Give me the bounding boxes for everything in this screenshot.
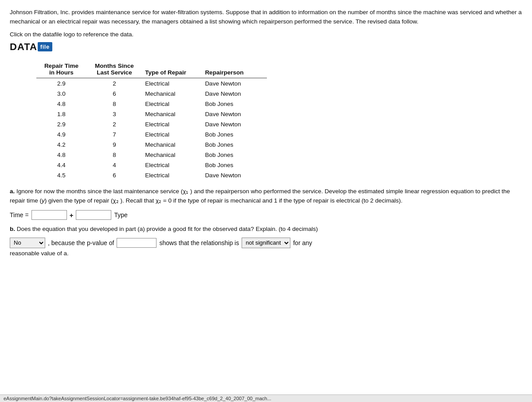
cell-repairperson: Bob Jones [202,140,267,150]
col-repair-time-header2: in Hours [36,69,92,78]
cell-months: 9 [92,140,142,150]
pvalue-input[interactable] [117,238,156,248]
cell-type: Electrical [142,78,202,89]
cell-repairperson: Dave Newton [202,170,267,180]
cell-repair-time: 2.9 [36,119,92,129]
cell-repairperson: Bob Jones [202,99,267,109]
bottom-bar: eAssignmentMain.do?takeAssignmentSession… [0,394,532,402]
table-row: 4.5 6 Electrical Dave Newton [36,170,267,180]
click-ref-text: Click on the datafile logo to reference … [10,31,522,38]
table-header-row1: Repair Time Months Since [36,61,267,69]
url-text: eAssignmentMain.do?takeAssignmentSession… [4,396,271,401]
intro-paragraph: Johnson Filtration, Inc. provides mainte… [10,8,522,27]
section-a-text2: ) given the type of repair (χ₂ ). Recall… [45,197,403,204]
cell-repair-time: 4.8 [36,150,92,160]
cell-months: 8 [92,150,142,160]
table-header-row2: in Hours Last Service Type of Repair Rep… [36,69,267,78]
col-repair-time-header1: Repair Time [36,61,92,69]
cell-repair-time: 4.2 [36,140,92,150]
for-any-text: for any [293,239,312,246]
cell-repair-time: 4.4 [36,160,92,170]
table-row: 3.0 6 Mechanical Dave Newton [36,89,267,99]
data-table: Repair Time Months Since in Hours Last S… [36,61,267,180]
cell-type: Electrical [142,99,202,109]
cell-months: 3 [92,109,142,119]
table-row: 4.4 4 Electrical Bob Jones [36,160,267,170]
section-a-y-var: y [42,197,45,204]
section-b-text: Does the equation that you developed in … [17,226,318,232]
col-repairperson-header1 [202,61,267,69]
cell-repair-time: 1.8 [36,109,92,119]
cell-months: 2 [92,119,142,129]
cell-repair-time: 4.9 [36,129,92,140]
reasonable-value-text: reasonable value of a. [10,250,522,257]
cell-repairperson: Bob Jones [202,150,267,160]
table-row: 2.9 2 Electrical Dave Newton [36,78,267,89]
no-yes-dropdown[interactable]: No Yes [10,238,45,248]
datafile-button[interactable]: DATA file [10,41,52,53]
data-label: DATA [10,41,37,53]
because-text: , because the p-value of [48,239,114,246]
table-row: 4.8 8 Electrical Bob Jones [36,99,267,109]
answer-row: No Yes , because the p-value of shows th… [10,238,522,248]
cell-months: 2 [92,78,142,89]
cell-type: Mechanical [142,109,202,119]
col-repairperson-header2: Repairperson [202,69,267,78]
cell-months: 7 [92,129,142,140]
cell-repairperson: Dave Newton [202,119,267,129]
table-body: 2.9 2 Electrical Dave Newton 3.0 6 Mecha… [36,78,267,180]
type-label: Type [114,211,127,219]
cell-type: Mechanical [142,140,202,150]
cell-type: Electrical [142,129,202,140]
section-b-label: b. [10,226,15,232]
significance-dropdown[interactable]: not significant significant [242,238,290,248]
table-row: 4.8 8 Mechanical Bob Jones [36,150,267,160]
col-months-header2: Last Service [92,69,142,78]
cell-repairperson: Dave Newton [202,109,267,119]
cell-repairperson: Bob Jones [202,160,267,170]
time-label: Time = [10,211,29,219]
file-badge: file [38,42,52,51]
section-a: a. Ignore for now the months since the l… [10,187,522,206]
cell-repair-time: 3.0 [36,89,92,99]
cell-type: Electrical [142,170,202,180]
shows-text: shows that the relationship is [159,239,239,246]
plus-sign: + [70,211,74,219]
col-type-header2: Type of Repair [142,69,202,78]
cell-repairperson: Bob Jones [202,129,267,140]
table-row: 4.2 9 Mechanical Bob Jones [36,140,267,150]
col-months-header1: Months Since [92,61,142,69]
table-row: 1.8 3 Mechanical Dave Newton [36,109,267,119]
section-b: b. Does the equation that you developed … [10,224,522,234]
cell-type: Mechanical [142,89,202,99]
cell-repair-time: 4.8 [36,99,92,109]
cell-months: 8 [92,99,142,109]
cell-repair-time: 2.9 [36,78,92,89]
time-input1[interactable] [31,210,67,220]
table-row: 2.9 2 Electrical Dave Newton [36,119,267,129]
cell-months: 6 [92,89,142,99]
section-a-label: a. [10,188,15,195]
col-type-header1 [142,61,202,69]
data-table-wrap: Repair Time Months Since in Hours Last S… [36,61,522,180]
page-container: Johnson Filtration, Inc. provides mainte… [0,0,532,402]
cell-repairperson: Dave Newton [202,78,267,89]
time-input2[interactable] [76,210,111,220]
time-input-row: Time = + Type [10,210,522,220]
cell-repair-time: 4.5 [36,170,92,180]
cell-repairperson: Dave Newton [202,89,267,99]
cell-months: 6 [92,170,142,180]
table-row: 4.9 7 Electrical Bob Jones [36,129,267,140]
cell-type: Mechanical [142,150,202,160]
cell-type: Electrical [142,119,202,129]
cell-type: Electrical [142,160,202,170]
cell-months: 4 [92,160,142,170]
